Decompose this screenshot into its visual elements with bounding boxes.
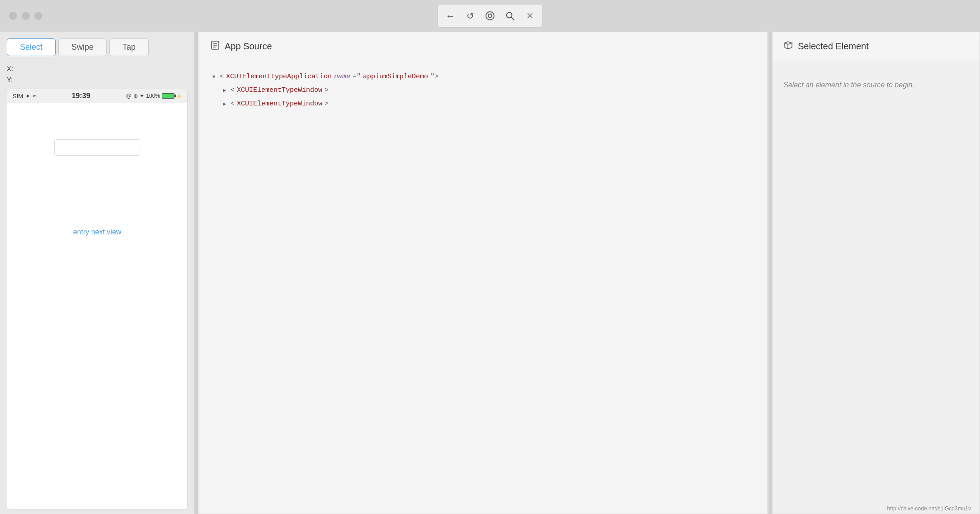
xml-root-line[interactable]: <XCUIElementTypeApplication name="appium…: [210, 70, 756, 84]
svg-point-1: [488, 14, 492, 18]
titlebar: ← ↺ ✕: [0, 0, 980, 32]
xml-toggle-child2[interactable]: [221, 100, 228, 108]
traffic-light-close[interactable]: [9, 12, 17, 20]
lightning-icon: ⚡: [176, 94, 182, 99]
xml-root-attr-name: name: [334, 70, 350, 84]
left-panel: Select Swipe Tap X: Y: SIM ✦ ≈ 19:39 @ ⊕: [0, 32, 194, 514]
status-time: 19:39: [72, 92, 90, 100]
app-source-icon: [210, 40, 220, 52]
y-coordinate: Y:: [7, 74, 188, 85]
svg-point-0: [486, 12, 494, 20]
traffic-light-minimize[interactable]: [22, 12, 30, 20]
device-status-bar: SIM ✦ ≈ 19:39 @ ⊕ ✦ 100% ⚡: [7, 89, 187, 103]
close-button[interactable]: ✕: [520, 6, 539, 25]
window-controls: [9, 12, 42, 20]
app-source-header: App Source: [199, 32, 767, 61]
xml-toggle-root[interactable]: [210, 73, 217, 81]
at-icon: @: [126, 93, 132, 99]
inspect-button[interactable]: [481, 6, 499, 25]
app-source-title: App Source: [225, 41, 272, 52]
selected-element-panel: Selected Element Select an element in th…: [772, 32, 980, 514]
battery-percent: 100%: [146, 93, 160, 99]
xml-child1-tag: XCUIElementTypeWindow: [237, 84, 322, 97]
xml-child2-tag: XCUIElementTypeWindow: [237, 97, 322, 111]
coordinates-display: X: Y:: [7, 63, 188, 85]
reload-button[interactable]: ↺: [461, 6, 480, 25]
svg-line-9: [785, 48, 788, 49]
selected-element-header: Selected Element: [773, 32, 980, 61]
action-tabs: Select Swipe Tap: [7, 38, 188, 56]
battery-tip: [174, 95, 176, 97]
status-left: SIM ✦ ≈: [13, 93, 36, 100]
traffic-light-maximize[interactable]: [34, 12, 42, 20]
tab-select[interactable]: Select: [7, 38, 56, 56]
status-right: @ ⊕ ✦ 100% ⚡: [126, 93, 182, 99]
back-button[interactable]: ←: [441, 6, 460, 25]
device-content: entry next view: [7, 103, 187, 245]
device-text-field[interactable]: [54, 139, 140, 156]
selected-element-icon: [783, 40, 793, 52]
tab-swipe[interactable]: Swipe: [58, 38, 107, 56]
tab-tap[interactable]: Tap: [109, 38, 149, 56]
x-coordinate: X:: [7, 63, 188, 74]
app-source-content: <XCUIElementTypeApplication name="appium…: [199, 61, 767, 514]
xml-child2-line[interactable]: <XCUIElementTypeWindow>: [221, 97, 756, 111]
bt-icon: ✦: [140, 93, 144, 99]
selected-element-placeholder: Select an element in the source to begin…: [773, 70, 980, 100]
bottom-url: http://chive-code.net/e1lGcd3mu1v: [887, 505, 971, 512]
battery-bar: [162, 93, 174, 99]
left-divider: [194, 32, 198, 514]
xml-child1-line[interactable]: <XCUIElementTypeWindow>: [221, 84, 756, 97]
xml-root-tag: XCUIElementTypeApplication: [226, 70, 332, 84]
device-screen[interactable]: SIM ✦ ≈ 19:39 @ ⊕ ✦ 100% ⚡: [7, 89, 188, 509]
sim-label: SIM: [13, 93, 23, 100]
device-link[interactable]: entry next view: [12, 228, 183, 236]
app-source-panel: App Source <XCUIElementTypeApplication n…: [199, 32, 768, 514]
wifi-icon: ≈: [33, 93, 36, 100]
right-divider: [768, 32, 772, 514]
svg-line-10: [788, 48, 792, 49]
dot-icon: ⊕: [133, 93, 138, 99]
xml-tree: <XCUIElementTypeApplication name="appium…: [210, 70, 756, 111]
selected-element-title: Selected Element: [798, 41, 869, 52]
xml-toggle-child1[interactable]: [221, 87, 228, 94]
sim-icon: ✦: [25, 93, 30, 100]
svg-line-3: [511, 17, 514, 20]
xml-root-attr-value: appiumSimpleDemo: [363, 70, 428, 84]
search-button[interactable]: [500, 6, 519, 25]
browser-nav-bar: ← ↺ ✕: [438, 4, 542, 28]
main-content: Select Swipe Tap X: Y: SIM ✦ ≈ 19:39 @ ⊕: [0, 32, 980, 514]
